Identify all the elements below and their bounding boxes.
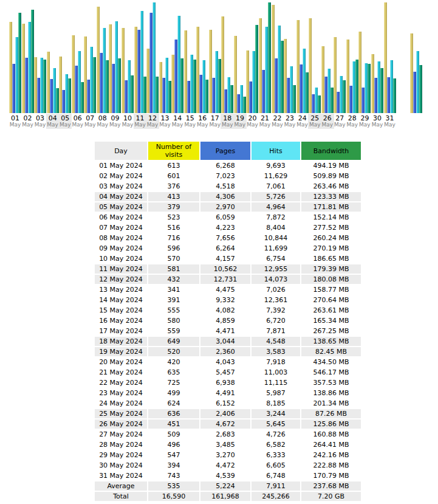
cell-pages: 4,471 (200, 326, 250, 336)
table-row-day: 31 May 20247434,5396,748170.79 MB (95, 471, 361, 480)
cell-hits: 6,605 (252, 461, 300, 470)
cell-bandwidth: 509.89 MB (301, 171, 361, 181)
cell-bandwidth: 434.50 MB (301, 357, 361, 367)
month-label: May (381, 122, 399, 128)
cell-visits: 535 (148, 482, 199, 491)
cell-hits: 7,871 (252, 326, 300, 336)
cell-day: 31 May 2024 (95, 471, 147, 480)
table-row-day: 21 May 20246355,45711,003546.17 MB (95, 368, 361, 377)
cell-bandwidth: 138.86 MB (301, 388, 361, 398)
cell-visits: 613 (148, 161, 199, 170)
bar-bandwidth_mb (318, 95, 321, 113)
cell-day: 24 May 2024 (95, 399, 147, 408)
cell-hits: 245,266 (252, 492, 300, 501)
bar-bandwidth_mb (118, 58, 121, 113)
cell-pages: 4,518 (200, 182, 250, 191)
cell-hits: 5,726 (252, 192, 300, 201)
bar-bandwidth_mb (281, 41, 284, 113)
cell-hits: 5,987 (252, 388, 300, 398)
cell-hits: 11,003 (252, 368, 300, 377)
cell-day: 30 May 2024 (95, 461, 147, 470)
cell-bandwidth: 242.16 MB (301, 450, 361, 460)
cell-visits: 496 (148, 440, 199, 449)
daily-stats-bar-chart: 01May02May03May04May05May06May07May08May… (0, 0, 438, 133)
table-row-day: 07 May 20245164,2238,404277.52 MB (95, 223, 361, 232)
bar-bandwidth_mb (218, 59, 221, 113)
cell-visits: 509 (148, 430, 199, 439)
cell-day: 22 May 2024 (95, 378, 147, 387)
bar-bandwidth_mb (106, 60, 109, 113)
cell-visits: 451 (148, 419, 199, 429)
cell-visits: 391 (148, 295, 199, 305)
cell-day: 15 May 2024 (95, 306, 147, 315)
cell-day: 14 May 2024 (95, 295, 147, 305)
table-row-day: 11 May 202458110,56212,955179.39 MB (95, 264, 361, 274)
cell-pages: 2,406 (200, 409, 250, 418)
table-row-day: 15 May 20245554,0827,392263.61 MB (95, 306, 361, 315)
table-row-day: 27 May 20245092,6834,726160.88 MB (95, 430, 361, 439)
cell-day: 09 May 2024 (95, 244, 147, 253)
cell-day: 02 May 2024 (95, 171, 147, 181)
cell-bandwidth: 222.88 MB (301, 461, 361, 470)
cell-bandwidth: 264.41 MB (301, 440, 361, 449)
cell-pages: 4,539 (200, 471, 250, 480)
column-header-pages: Pages (200, 142, 250, 160)
cell-hits: 10,844 (252, 233, 300, 243)
cell-hits: 7,061 (252, 182, 300, 191)
cell-hits: 12,955 (252, 264, 300, 274)
cell-visits: 570 (148, 254, 199, 263)
cell-visits: 420 (148, 357, 199, 367)
cell-day: Total (95, 492, 147, 501)
cell-hits: 11,699 (252, 244, 300, 253)
bar-bandwidth_mb (255, 25, 258, 113)
column-header-visits: Number of visits (148, 142, 199, 160)
cell-bandwidth: 180.08 MB (301, 275, 361, 284)
cell-hits: 11,115 (252, 378, 300, 387)
cell-pages: 4,475 (200, 285, 250, 294)
cell-visits: 559 (148, 326, 199, 336)
bar-bandwidth_mb (205, 80, 208, 113)
cell-visits: 413 (148, 192, 199, 201)
bar-bandwidth_mb (18, 13, 21, 113)
cell-pages: 6,152 (200, 399, 250, 408)
bar-bandwidth_mb (31, 10, 34, 113)
table-row-day: 01 May 20246136,2689,693494.19 MB (95, 161, 361, 170)
cell-hits: 4,964 (252, 202, 300, 212)
cell-visits: 432 (148, 275, 199, 284)
cell-day: 01 May 2024 (95, 161, 147, 170)
cell-pages: 161,968 (200, 492, 250, 501)
cell-day: 25 May 2024 (95, 409, 147, 418)
table-row-day: 22 May 20247256,93811,115357.53 MB (95, 378, 361, 387)
table-row-day: 04 May 20244134,3065,726123.33 MB (95, 192, 361, 201)
cell-bandwidth: 152.14 MB (301, 213, 361, 222)
cell-visits: 16,590 (148, 492, 199, 501)
cell-day: 16 May 2024 (95, 316, 147, 325)
cell-pages: 4,672 (200, 419, 250, 429)
cell-day: 06 May 2024 (95, 213, 147, 222)
cell-hits: 7,918 (252, 357, 300, 367)
cell-pages: 4,082 (200, 306, 250, 315)
cell-pages: 4,223 (200, 223, 250, 232)
cell-visits: 376 (148, 182, 199, 191)
bar-bandwidth_mb (93, 57, 96, 113)
cell-bandwidth: 160.88 MB (301, 430, 361, 439)
cell-visits: 601 (148, 171, 199, 181)
cell-visits: 635 (148, 368, 199, 377)
table-row-day: 17 May 20245594,4717,871267.25 MB (95, 326, 361, 336)
daily-stats-table-wrapper: DayNumber of visitsPagesHitsBandwidth 01… (94, 140, 362, 502)
table-row-day: 03 May 20243764,5187,061263.46 MB (95, 182, 361, 191)
column-header-bandwidth: Bandwidth (301, 142, 361, 160)
cell-bandwidth: 546.17 MB (301, 368, 361, 377)
cell-bandwidth: 201.34 MB (301, 399, 361, 408)
cell-visits: 624 (148, 399, 199, 408)
cell-pages: 4,043 (200, 357, 250, 367)
cell-bandwidth: 494.19 MB (301, 161, 361, 170)
cell-hits: 6,582 (252, 440, 300, 449)
table-row-average: Average5355,2247,911237.68 MB (95, 482, 361, 491)
table-row-day: 28 May 20244963,4856,582264.41 MB (95, 440, 361, 449)
cell-bandwidth: 158.77 MB (301, 285, 361, 294)
cell-visits: 649 (148, 337, 199, 346)
cell-pages: 2,970 (200, 202, 250, 212)
cell-visits: 743 (148, 471, 199, 480)
cell-pages: 4,157 (200, 254, 250, 263)
